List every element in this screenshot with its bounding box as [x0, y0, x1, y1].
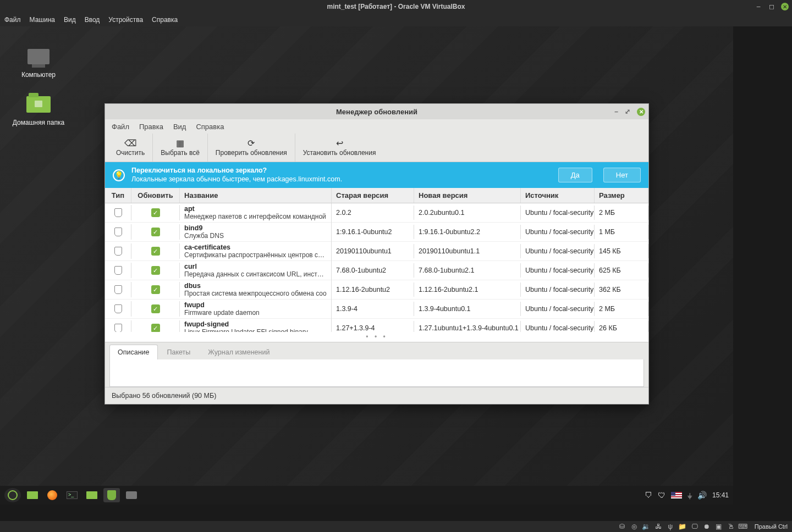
old-version: 1.3.9-4	[332, 302, 414, 316]
show-desktop-button[interactable]	[24, 488, 41, 502]
firefox-button[interactable]	[44, 488, 61, 502]
vbox-statusbar: ⛁ ◎ 🔉 🖧 ψ 📁 🖵 ⏺ ▣ 🖯 ⌨ Правый Ctrl	[0, 521, 792, 532]
new-version: 7.68.0-1ubuntu2.1	[414, 263, 521, 278]
close-icon[interactable]: ✕	[781, 3, 789, 10]
detail-tabs: Описание Пакеты Журнал изменений	[105, 342, 648, 359]
vbox-menu-input[interactable]: Ввод	[85, 16, 100, 24]
vbox-menu-file[interactable]: Файл	[4, 16, 21, 24]
um-menu-file[interactable]: Файл	[112, 123, 129, 131]
um-titlebar[interactable]: Менеджер обновлений – ⤢ ✕	[105, 104, 648, 119]
col-name[interactable]: Название	[180, 188, 332, 203]
mint-logo-icon	[8, 490, 18, 500]
um-window-controls: – ⤢ ✕	[614, 104, 645, 119]
vbox-window-controls: – ◻ ✕	[755, 0, 789, 13]
update-checkbox[interactable]: ✓	[151, 228, 160, 236]
network-icon[interactable]: ⏚	[688, 491, 692, 500]
update-checkbox[interactable]: ✓	[151, 304, 160, 313]
new-version: 2.0.2ubuntu0.1	[414, 206, 521, 220]
vbox-menu-devices[interactable]: Устройства	[108, 16, 143, 24]
refresh-button[interactable]: ⟳ Проверить обновления	[208, 134, 295, 162]
update-manager-taskbar-button[interactable]	[103, 488, 120, 502]
vbox-hdd-icon[interactable]: ⛁	[618, 523, 626, 530]
table-row[interactable]: ✓dbusПростая система межпроцессного обме…	[105, 280, 648, 300]
vbox-usb-icon[interactable]: ψ	[667, 523, 674, 530]
vbox-menu-help[interactable]: Справка	[152, 16, 178, 24]
vbox-cpu-icon[interactable]: ▣	[715, 523, 723, 530]
table-row[interactable]: ✓aptМенеджер пакетов с интерфейсом коман…	[105, 203, 648, 223]
col-update[interactable]: Обновить	[131, 188, 180, 203]
vbox-titlebar: mint_test [Работает] - Oracle VM Virtual…	[0, 0, 792, 13]
tray-updates-icon[interactable]: ⛉	[645, 491, 652, 500]
um-menu-edit[interactable]: Правка	[139, 123, 163, 131]
tray-shield-icon[interactable]: 🛡	[658, 491, 666, 500]
install-updates-button[interactable]: ↩ Установить обновления	[295, 134, 384, 162]
vbox-mouse-integration-icon[interactable]: 🖯	[727, 523, 735, 530]
col-size[interactable]: Размер	[595, 188, 648, 203]
desktop-icon-home[interactable]: Домашняя папка	[8, 93, 69, 126]
update-checkbox[interactable]: ✓	[151, 266, 160, 275]
col-type[interactable]: Тип	[105, 188, 131, 203]
tab-description[interactable]: Описание	[109, 345, 158, 359]
size: 362 КБ	[595, 282, 648, 297]
update-checkbox[interactable]: ✓	[151, 247, 160, 256]
table-row[interactable]: ✓bind9Служба DNS1:9.16.1-0ubuntu21:9.16.…	[105, 223, 648, 242]
desktop-icon-computer[interactable]: Компьютер	[8, 46, 69, 79]
toolbar-label: Установить обновления	[303, 149, 376, 157]
vbox-network-icon[interactable]: 🖧	[654, 523, 662, 530]
col-old-version[interactable]: Старая версия	[332, 188, 414, 203]
toolbar-label: Очистить	[116, 149, 145, 157]
size: 26 КБ	[595, 321, 648, 332]
update-checkbox[interactable]: ✓	[151, 324, 160, 332]
size: 2 МБ	[595, 206, 648, 220]
um-menu-view[interactable]: Вид	[173, 123, 186, 131]
col-new-version[interactable]: Новая версия	[414, 188, 521, 203]
select-all-button[interactable]: ▦ Выбрать всё	[153, 134, 208, 162]
table-row[interactable]: ✓ca-certificatesСертификаты распространё…	[105, 242, 648, 261]
source: Ubuntu / focal-security	[521, 263, 595, 278]
security-shield-icon	[114, 247, 122, 256]
table-body[interactable]: ✓aptМенеджер пакетов с интерфейсом коман…	[105, 203, 648, 332]
maximize-icon[interactable]: ◻	[768, 3, 776, 10]
keyboard-layout-indicator[interactable]	[671, 492, 682, 498]
table-row[interactable]: ✓fwupdFirmware update daemon1.3.9-41.3.9…	[105, 300, 648, 319]
new-version: 1.27.1ubuntu1+1.3.9-4ubuntu0.1	[414, 321, 521, 332]
volume-icon[interactable]: 🔊	[697, 491, 707, 500]
tab-packages[interactable]: Пакеты	[159, 345, 199, 359]
taskbar-app-button[interactable]	[123, 488, 140, 502]
table-row[interactable]: ✓fwupd-signedLinux Firmware Updater EFI …	[105, 319, 648, 332]
clock[interactable]: 15:41	[712, 491, 729, 499]
update-checkbox[interactable]: ✓	[151, 208, 160, 217]
package-description: Сертификаты распространённых центров сер…	[184, 252, 327, 259]
statusbar: Выбрано 56 обновлений (90 МБ)	[105, 387, 648, 404]
minimize-icon[interactable]: –	[755, 3, 762, 10]
new-version: 1.3.9-4ubuntu0.1	[414, 302, 521, 316]
minimize-icon[interactable]: –	[614, 108, 618, 115]
table-row[interactable]: ✓curlПередача данных с синтаксисом URL, …	[105, 261, 648, 280]
vbox-hostkey-label: Правый Ctrl	[755, 523, 788, 530]
vbox-audio-icon[interactable]: 🔉	[642, 523, 650, 530]
terminal-icon: >_	[67, 491, 78, 499]
vbox-shared-folders-icon[interactable]: 📁	[679, 523, 686, 530]
banner-yes-button[interactable]: Да	[558, 168, 592, 182]
terminal-button[interactable]: >_	[64, 488, 80, 502]
vbox-optical-icon[interactable]: ◎	[630, 523, 638, 530]
um-menu-help[interactable]: Справка	[196, 123, 224, 131]
menu-button[interactable]	[4, 488, 21, 502]
update-checkbox[interactable]: ✓	[151, 285, 160, 294]
files-button[interactable]	[84, 488, 100, 502]
maximize-icon[interactable]: ⤢	[625, 108, 630, 115]
vbox-menu-view[interactable]: Вид	[64, 16, 76, 24]
vbox-recording-icon[interactable]: ⏺	[703, 523, 711, 530]
clear-button[interactable]: ⌫ Очистить	[108, 134, 153, 162]
old-version: 1.12.16-2ubuntu2	[332, 282, 414, 297]
banner-no-button[interactable]: Нет	[603, 168, 641, 182]
desktop-icon	[27, 491, 38, 499]
tab-changelog[interactable]: Журнал изменений	[200, 345, 278, 359]
vbox-keyboard-icon[interactable]: ⌨	[739, 523, 747, 530]
col-source[interactable]: Источник	[521, 188, 595, 203]
package-description: Служба DNS	[184, 232, 327, 240]
vbox-display-icon[interactable]: 🖵	[691, 523, 698, 530]
refresh-icon: ⟳	[248, 139, 255, 148]
close-icon[interactable]: ✕	[637, 108, 645, 116]
vbox-menu-machine[interactable]: Машина	[30, 16, 55, 24]
